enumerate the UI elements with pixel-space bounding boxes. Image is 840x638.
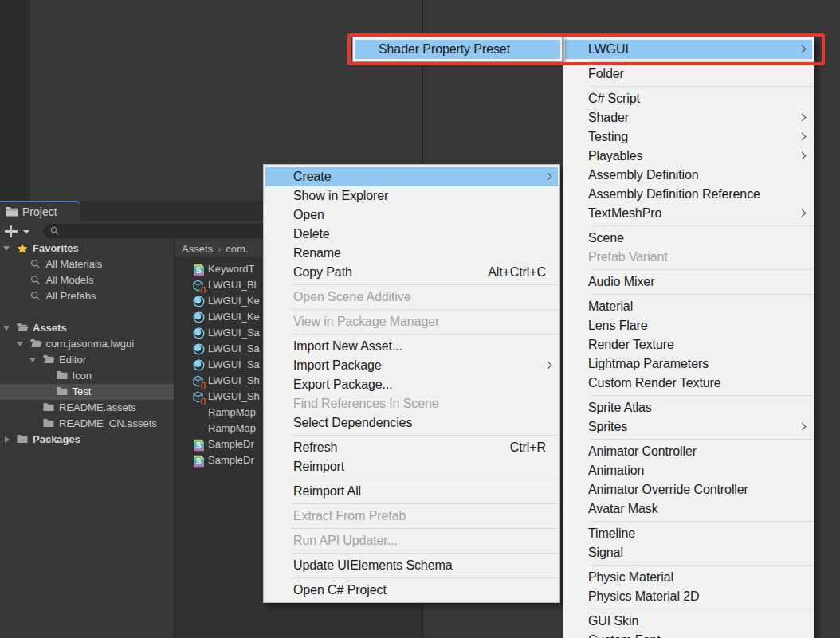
menu-item-gui-skin[interactable]: GUI Skin: [565, 612, 812, 631]
menu-separator: [591, 565, 812, 566]
tree-item-test[interactable]: Test: [0, 384, 174, 400]
menu-item-label: View in Package Manager: [293, 315, 546, 329]
menu-separator: [292, 503, 558, 504]
menu-item-custom-render-texture[interactable]: Custom Render Texture: [565, 374, 812, 393]
menu-item-import-package[interactable]: Import Package: [265, 356, 558, 375]
folder-open-icon: [17, 323, 28, 334]
unity-editor-window: Project FavoritesAll MaterialsAll Models…: [0, 0, 840, 638]
menu-item-view-in-package-manager[interactable]: View in Package Manager: [265, 312, 558, 331]
menu-item-avatar-mask[interactable]: Avatar Mask: [565, 499, 812, 519]
expander-down-icon[interactable]: [3, 325, 10, 332]
menu-item-update-uielements-schema[interactable]: Update UIElements Schema: [265, 556, 558, 575]
tree-item-packages[interactable]: Packages: [0, 432, 174, 448]
menu-item-lightmap-parameters[interactable]: Lightmap Parameters: [565, 354, 812, 374]
menu-item-select-dependencies[interactable]: Select Dependencies: [265, 413, 558, 433]
menu-item-folder[interactable]: Folder: [565, 65, 812, 84]
expander-down-icon[interactable]: [3, 245, 10, 252]
menu-item-c-script[interactable]: C# Script: [565, 89, 812, 108]
menu-item-refresh[interactable]: RefreshCtrl+R: [265, 438, 558, 457]
menu-item-audio-mixer[interactable]: Audio Mixer: [565, 272, 812, 292]
asset-label: LWGUI_Sa: [208, 341, 260, 357]
menu-item-rename[interactable]: Rename: [265, 244, 558, 263]
menu-item-material[interactable]: Material: [565, 297, 812, 316]
menu-item-label: Scene: [588, 231, 800, 245]
tree-item-readme-assets[interactable]: README.assets: [0, 400, 174, 416]
menu-item-label: Material: [588, 299, 800, 314]
menu-item-delete[interactable]: Delete: [265, 225, 558, 244]
menu-item-textmeshpro[interactable]: TextMeshPro: [565, 204, 812, 223]
menu-item-sprites[interactable]: Sprites: [565, 417, 812, 436]
breadcrumb-current[interactable]: com.: [226, 243, 248, 255]
asset-label: SampleDr: [208, 452, 254, 468]
menu-item-shortcut: Ctrl+R: [510, 440, 546, 455]
menu-item-label: Timeline: [588, 526, 800, 541]
tree-item-all-materials[interactable]: All Materials: [0, 256, 174, 272]
menu-item-find-references-in-scene[interactable]: Find References In Scene: [265, 394, 558, 413]
menu-item-prefab-variant[interactable]: Prefab Variant: [565, 248, 812, 267]
menu-item-physics-material-2d[interactable]: Physics Material 2D: [565, 587, 812, 606]
menu-item-animator-controller[interactable]: Animator Controller: [565, 442, 812, 461]
tree-item-favorites[interactable]: Favorites: [0, 241, 174, 256]
menu-item-show-in-explorer[interactable]: Show in Explorer: [265, 186, 558, 205]
expander-right-icon[interactable]: [3, 436, 10, 444]
menu-item-shader[interactable]: Shader: [565, 108, 812, 127]
menu-item-label: Testing: [588, 130, 800, 144]
asset-label: LWGUI_Bl: [208, 277, 256, 293]
menu-item-label: Open C# Project: [293, 583, 546, 597]
expander-down-icon[interactable]: [17, 341, 24, 348]
tree-item-label: Favorites: [33, 241, 79, 256]
menu-item-import-new-asset[interactable]: Import New Asset...: [265, 337, 558, 356]
menu-item-signal[interactable]: Signal: [565, 543, 812, 562]
menu-item-extract-from-prefab[interactable]: Extract From Prefab: [265, 507, 558, 526]
menu-item-sprite-atlas[interactable]: Sprite Atlas: [565, 398, 812, 417]
tab-project[interactable]: Project: [0, 201, 80, 221]
script-icon: S: [193, 455, 205, 467]
menu-item-label: Import Package: [293, 358, 546, 373]
tree-item-editor[interactable]: Editor: [0, 352, 174, 368]
tree-item-com-jasonma-lwgui[interactable]: com.jasonma.lwgui: [0, 336, 174, 352]
asset-label: RampMap: [208, 421, 256, 436]
menu-item-render-texture[interactable]: Render Texture: [565, 335, 812, 354]
add-asset-dropdown-caret[interactable]: [23, 230, 29, 234]
tree-item-readme-cn-assets[interactable]: README_CN.assets: [0, 416, 174, 432]
menu-separator: [591, 225, 812, 226]
menu-item-lens-flare[interactable]: Lens Flare: [565, 316, 812, 335]
tree-item-icon[interactable]: Icon: [0, 368, 174, 384]
asset-label: SampleDr: [208, 436, 254, 452]
tree-item-all-prefabs[interactable]: All Prefabs: [0, 288, 174, 304]
tree-item-label: README_CN.assets: [59, 416, 157, 432]
tree-item-all-models[interactable]: All Models: [0, 272, 174, 288]
asset-label: LWGUI_Sh: [208, 373, 260, 389]
menu-item-label: Reimport All: [293, 484, 546, 499]
menu-item-label: Create: [293, 170, 546, 184]
menu-item-custom-font[interactable]: Custom Font: [565, 631, 812, 638]
asset-label: LWGUI_Sh: [208, 389, 260, 405]
svg-text:S: S: [196, 265, 202, 274]
menu-item-create[interactable]: Create: [265, 167, 558, 186]
add-asset-button[interactable]: [5, 225, 18, 238]
menu-item-open-scene-additive[interactable]: Open Scene Additive: [265, 288, 558, 307]
expander-down-icon[interactable]: [29, 357, 37, 364]
menu-item-run-api-updater[interactable]: Run API Updater...: [265, 531, 558, 550]
menu-item-assembly-definition[interactable]: Assembly Definition: [565, 166, 812, 185]
tree-item-assets[interactable]: Assets: [0, 320, 174, 336]
menu-item-reimport[interactable]: Reimport: [265, 457, 558, 476]
search-icon: [50, 226, 59, 235]
menu-item-export-package[interactable]: Export Package...: [265, 375, 558, 394]
menu-item-physic-material[interactable]: Physic Material: [565, 568, 812, 587]
menu-item-timeline[interactable]: Timeline: [565, 524, 812, 543]
menu-item-open-c-project[interactable]: Open C# Project: [265, 581, 558, 600]
menu-item-animation[interactable]: Animation: [565, 461, 812, 480]
menu-item-scene[interactable]: Scene: [565, 229, 812, 248]
menu-item-assembly-definition-reference[interactable]: Assembly Definition Reference: [565, 185, 812, 204]
menu-item-reimport-all[interactable]: Reimport All: [265, 482, 558, 501]
breadcrumb-root[interactable]: Assets: [182, 243, 213, 255]
menu-item-playables[interactable]: Playables: [565, 147, 812, 166]
menu-item-label: TextMeshPro: [588, 206, 800, 221]
tree-item-label: Editor: [59, 352, 86, 368]
menu-item-label: Import New Asset...: [293, 339, 546, 354]
menu-item-open[interactable]: Open: [265, 205, 558, 225]
menu-item-copy-path[interactable]: Copy PathAlt+Ctrl+C: [265, 263, 558, 282]
menu-item-animator-override-controller[interactable]: Animator Override Controller: [565, 480, 812, 499]
menu-item-testing[interactable]: Testing: [565, 127, 812, 147]
